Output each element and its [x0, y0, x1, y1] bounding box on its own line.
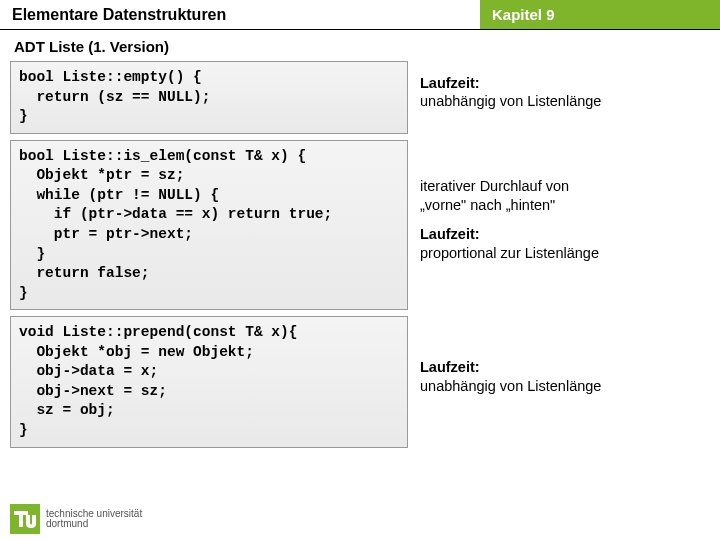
annotation: Laufzeit: unabhängig von Listenlänge [418, 316, 710, 447]
slide-header: Elementare Datenstrukturen Kapitel 9 [0, 0, 720, 30]
footer-line1: technische universität [46, 508, 142, 519]
annotation-text: iterativer Durchlauf von [420, 178, 569, 194]
footer-text: technische universität dortmund [46, 509, 142, 530]
code-row: bool Liste::is_elem(const T& x) { Objekt… [10, 140, 710, 311]
header-chapter: Kapitel 9 [480, 0, 720, 29]
runtime-label: Laufzeit: [420, 75, 480, 91]
annotation: Laufzeit: unabhängig von Listenlänge [418, 61, 710, 134]
code-block-iselem: bool Liste::is_elem(const T& x) { Objekt… [10, 140, 408, 311]
code-row: void Liste::prepend(const T& x){ Objekt … [10, 316, 710, 447]
slide-footer: technische universität dortmund [10, 504, 142, 534]
header-title: Elementare Datenstrukturen [0, 0, 480, 29]
runtime-label: Laufzeit: [420, 359, 480, 375]
code-block-prepend: void Liste::prepend(const T& x){ Objekt … [10, 316, 408, 447]
runtime-text: unabhängig von Listenlänge [420, 93, 601, 109]
annotation-text: „vorne" nach „hinten" [420, 197, 555, 213]
footer-line2: dortmund [46, 518, 88, 529]
code-block-empty: bool Liste::empty() { return (sz == NULL… [10, 61, 408, 134]
runtime-text: proportional zur Listenlänge [420, 245, 599, 261]
svg-rect-2 [19, 511, 23, 527]
annotation: iterativer Durchlauf von „vorne" nach „h… [418, 140, 710, 311]
tu-logo-icon [10, 504, 40, 534]
runtime-label: Laufzeit: [420, 226, 480, 242]
runtime-text: unabhängig von Listenlänge [420, 378, 601, 394]
slide-subtitle: ADT Liste (1. Version) [0, 30, 720, 61]
code-row: bool Liste::empty() { return (sz == NULL… [10, 61, 710, 134]
content-area: bool Liste::empty() { return (sz == NULL… [0, 61, 720, 448]
